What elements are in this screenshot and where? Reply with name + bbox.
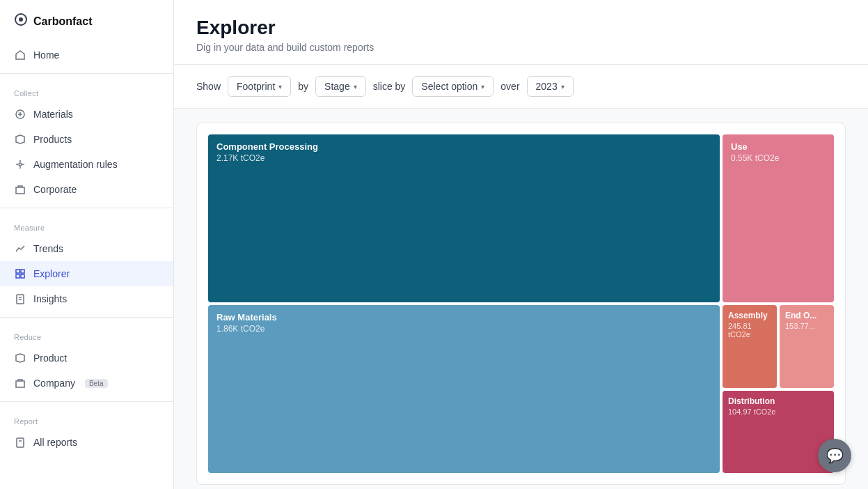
sidebar-item-explorer[interactable]: Explorer [0,261,173,286]
select-option-dropdown[interactable]: Select option ▾ [412,76,494,97]
sidebar-item-insights[interactable]: Insights [0,286,173,311]
augmentation-icon [14,158,26,171]
assembly-value: 245.81 tCO2e [728,322,771,339]
product-icon [14,352,26,364]
footprint-dropdown[interactable]: Footprint ▾ [228,76,291,97]
svg-rect-5 [16,270,19,273]
over-label: over [500,81,519,92]
trends-label: Trends [33,243,63,254]
materials-label: Materials [33,109,73,120]
sidebar: Carbonfact Home Collect Materials Produc… [0,0,174,489]
by-label: by [298,81,308,92]
sidebar-item-trends[interactable]: Trends [0,236,173,261]
svg-rect-8 [21,274,24,278]
treemap-container: Component Processing 2.17K tCO2e Use 0.5… [196,123,846,485]
raw-materials-value: 1.86K tCO2e [216,324,711,334]
augmentation-label: Augmentation rules [33,159,118,170]
divider-1 [0,73,173,74]
reports-icon [14,436,26,449]
svg-rect-6 [21,270,24,273]
explorer-icon [14,267,26,280]
products-label: Products [33,134,72,145]
sidebar-item-corporate[interactable]: Corporate [0,177,173,202]
main-content: Explorer Dig in your data and build cust… [174,0,868,489]
trends-icon [14,242,26,255]
all-reports-label: All reports [33,437,77,448]
select-option-chevron: ▾ [481,83,484,91]
sidebar-item-all-reports[interactable]: All reports [0,430,173,455]
svg-rect-4 [16,187,24,194]
divider-4 [0,401,173,402]
svg-point-3 [19,163,22,166]
section-collect: Collect [0,79,173,102]
company-label: Company [33,378,75,389]
stage-value: Stage [324,81,350,92]
chart-area: Component Processing 2.17K tCO2e Use 0.5… [174,109,868,489]
stage-chevron: ▾ [354,83,357,91]
component-processing-value: 2.17K tCO2e [216,153,711,163]
sidebar-item-product[interactable]: Product [0,346,173,371]
year-dropdown[interactable]: 2023 ▾ [527,76,574,97]
treemap-cell-use[interactable]: Use 0.55K tCO2e [723,134,834,302]
insights-icon [14,293,26,305]
svg-rect-7 [16,274,19,278]
divider-2 [0,208,173,208]
year-chevron: ▾ [561,83,565,91]
end-of-life-title: End O... [785,311,828,320]
product-label: Product [33,352,67,364]
sidebar-item-company[interactable]: Company Beta [0,371,173,396]
section-measure: Measure [0,214,173,236]
home-icon [14,49,26,61]
app-name: Carbonfact [33,15,92,28]
use-title: Use [731,141,826,152]
app-logo[interactable]: Carbonfact [0,0,173,42]
explorer-label: Explorer [33,268,70,279]
treemap-cell-end-of-life[interactable]: End O... 153.77... [780,305,834,388]
sidebar-item-materials[interactable]: Materials [0,102,173,127]
treemap-cell-distribution[interactable]: Distribution 104.97 tCO2e [723,391,834,474]
chat-button[interactable]: 💬 [818,439,851,472]
divider-3 [0,317,173,318]
component-processing-title: Component Processing [216,141,711,152]
controls-bar: Show Footprint ▾ by Stage ▾ slice by Sel… [174,65,868,109]
company-badge: Beta [85,379,108,388]
insights-label: Insights [33,293,67,304]
section-reduce: Reduce [0,323,173,346]
year-value: 2023 [536,81,558,92]
home-label: Home [33,49,59,61]
sidebar-item-products[interactable]: Products [0,127,173,152]
footprint-value: Footprint [237,81,275,92]
company-icon [14,377,26,389]
svg-rect-13 [17,438,24,447]
treemap: Component Processing 2.17K tCO2e Use 0.5… [208,134,834,473]
logo-icon [14,13,28,30]
assembly-title: Assembly [728,311,771,320]
treemap-cell-assembly[interactable]: Assembly 245.81 tCO2e [723,305,777,388]
distribution-title: Distribution [728,396,828,406]
stage-dropdown[interactable]: Stage ▾ [315,76,366,97]
section-report: Report [0,408,173,430]
end-of-life-value: 153.77... [785,322,828,330]
sidebar-item-home[interactable]: Home [0,42,173,68]
materials-icon [14,108,26,121]
treemap-cell-raw-materials[interactable]: Raw Materials 1.86K tCO2e [208,305,720,473]
products-icon [14,133,26,146]
treemap-right-bottom: Assembly 245.81 tCO2e End O... 153.77...… [723,305,834,473]
sidebar-item-augmentation-rules[interactable]: Augmentation rules [0,152,173,177]
page-subtitle: Dig in your data and build custom report… [196,42,846,53]
treemap-cell-component-processing[interactable]: Component Processing 2.17K tCO2e [208,134,720,302]
use-value: 0.55K tCO2e [731,153,826,163]
corporate-icon [14,183,26,196]
svg-point-1 [19,17,23,22]
chat-icon: 💬 [826,447,844,464]
show-label: Show [196,81,221,92]
page-title: Explorer [196,17,846,39]
select-option-value: Select option [421,81,478,92]
slice-by-label: slice by [373,81,406,92]
svg-rect-12 [16,381,24,387]
distribution-value: 104.97 tCO2e [728,408,828,416]
corporate-label: Corporate [33,184,77,195]
footprint-chevron: ▾ [278,83,282,91]
raw-materials-title: Raw Materials [216,312,711,323]
page-header: Explorer Dig in your data and build cust… [174,0,868,65]
